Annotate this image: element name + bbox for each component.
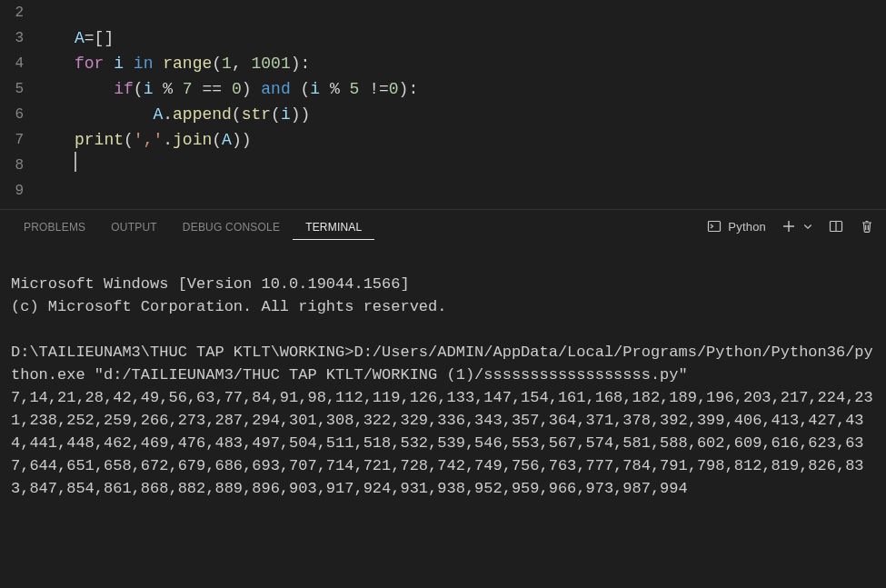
tab-output[interactable]: OUTPUT (98, 214, 170, 240)
text-cursor (75, 152, 76, 172)
line-number: 6 (0, 102, 45, 127)
line-number: 8 (0, 153, 45, 178)
trash-icon[interactable] (859, 218, 875, 234)
editor-line[interactable]: 7print(','.join(A)) (0, 127, 886, 153)
code-content[interactable]: for i in range(1, 1001): (45, 51, 310, 76)
code-editor[interactable]: 23A=[]4for i in range(1, 1001):5 if(i % … (0, 0, 886, 209)
editor-line[interactable]: 4for i in range(1, 1001): (0, 51, 886, 76)
tab-debug-console[interactable]: DEBUG CONSOLE (170, 214, 293, 240)
line-number: 2 (0, 0, 45, 25)
editor-line[interactable]: 5 if(i % 7 == 0) and (i % 5 !=0): (0, 76, 886, 102)
line-number: 9 (0, 178, 45, 204)
line-number: 3 (0, 25, 45, 51)
code-content[interactable]: print(','.join(A)) (45, 127, 252, 153)
terminal-icon (706, 218, 722, 234)
panel-tab-bar: PROBLEMS OUTPUT DEBUG CONSOLE TERMINAL P… (0, 210, 886, 243)
editor-line[interactable]: 3A=[] (0, 25, 886, 51)
chevron-down-icon[interactable] (802, 218, 813, 234)
split-terminal-icon[interactable] (828, 218, 844, 234)
svg-rect-0 (709, 222, 721, 232)
code-content[interactable]: if(i % 7 == 0) and (i % 5 !=0): (45, 76, 418, 102)
bottom-panel: PROBLEMS OUTPUT DEBUG CONSOLE TERMINAL P… (0, 209, 886, 588)
terminal-line: D:\TAILIEUNAM3\THUC TAP KTLT\WORKING>D:/… (11, 344, 873, 384)
code-content[interactable]: A=[] (45, 25, 114, 51)
editor-line[interactable]: 2 (0, 0, 886, 25)
terminal-shell-label: Python (728, 220, 766, 234)
line-number: 7 (0, 127, 45, 153)
code-content[interactable] (45, 152, 76, 180)
editor-line[interactable]: 9 (0, 178, 886, 204)
editor-line[interactable]: 8 (0, 153, 886, 178)
terminal-line: Microsoft Windows [Version 10.0.19044.15… (11, 275, 410, 293)
line-number: 4 (0, 51, 45, 76)
code-content[interactable]: A.append(str(i)) (45, 102, 310, 127)
new-terminal-icon[interactable] (781, 218, 797, 234)
tab-problems[interactable]: PROBLEMS (11, 214, 98, 240)
terminal-line: (c) Microsoft Corporation. All rights re… (11, 298, 446, 315)
editor-line[interactable]: 6 A.append(str(i)) (0, 102, 886, 127)
terminal-shell-selector[interactable]: Python (706, 218, 766, 234)
line-number: 5 (0, 76, 45, 102)
terminal-output[interactable]: Microsoft Windows [Version 10.0.19044.15… (0, 243, 886, 530)
terminal-line: 7,14,21,28,42,49,56,63,77,84,91,98,112,1… (11, 389, 873, 497)
tab-terminal[interactable]: TERMINAL (293, 214, 374, 240)
